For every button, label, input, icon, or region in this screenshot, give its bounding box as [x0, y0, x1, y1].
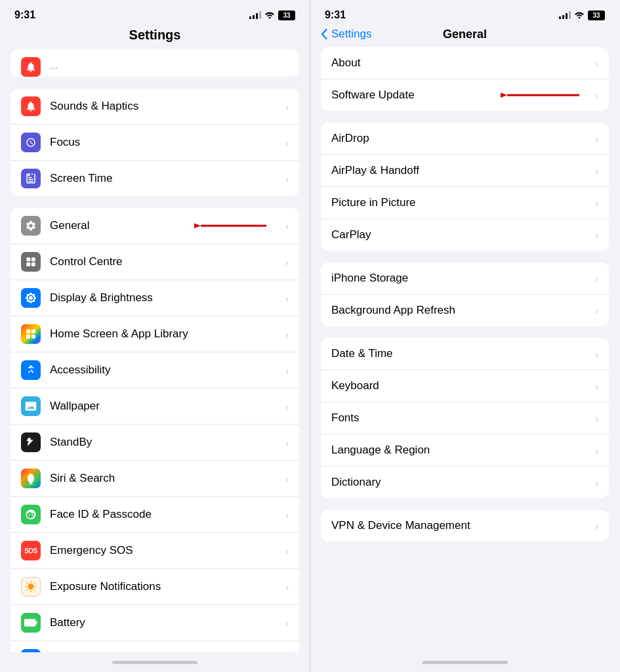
faceid-chevron: › [285, 509, 289, 520]
svg-rect-7 [31, 329, 35, 333]
dictionary-chevron: › [595, 477, 598, 488]
picture-label: Picture in Picture [331, 196, 595, 209]
accessibility-chevron: › [285, 365, 289, 376]
right-nav-bar: Settings General [310, 25, 619, 47]
right-battery-icon: 33 [588, 10, 605, 20]
row-control-centre[interactable]: Control Centre › [10, 244, 299, 280]
right-scroll: About › Software Update › [310, 47, 619, 652]
carplay-label: CarPlay [331, 228, 595, 242]
row-date-time[interactable]: Date & Time › [321, 338, 609, 370]
battery-chevron: › [285, 618, 289, 629]
airplay-label: AirPlay & Handoff [331, 164, 595, 177]
siri-chevron: › [285, 473, 289, 484]
partial-row-item[interactable]: ··· [10, 49, 299, 77]
row-dictionary[interactable]: Dictionary › [321, 467, 609, 498]
svg-point-11 [28, 474, 34, 483]
control-centre-label: Control Centre [50, 255, 280, 268]
standby-chevron: › [285, 437, 289, 448]
row-standby[interactable]: StandBy › [10, 425, 299, 461]
date-time-label: Date & Time [331, 347, 595, 360]
fonts-label: Fonts [331, 411, 595, 425]
svg-rect-3 [31, 257, 35, 261]
row-iphone-storage[interactable]: iPhone Storage › [321, 262, 609, 295]
focus-chevron: › [285, 137, 289, 148]
exposure-label: Exposure Notifications [50, 580, 280, 593]
row-airplay[interactable]: AirPlay & Handoff › [321, 155, 609, 187]
airplay-chevron: › [595, 165, 598, 177]
svg-rect-15 [36, 621, 37, 625]
dictionary-label: Dictionary [331, 476, 595, 489]
accessibility-label: Accessibility [50, 364, 280, 377]
general-arrow-annotation [194, 216, 273, 236]
svg-rect-9 [31, 335, 35, 339]
row-airdrop[interactable]: AirDrop › [321, 123, 609, 155]
faceid-label: Face ID & Passcode [50, 508, 280, 521]
airdrop-chevron: › [595, 133, 598, 144]
row-battery[interactable]: Battery › [10, 605, 299, 641]
focus-label: Focus [50, 136, 280, 149]
wallpaper-label: Wallpaper [50, 400, 280, 413]
row-keyboard[interactable]: Keyboard › [321, 370, 609, 402]
row-fonts[interactable]: Fonts › [321, 402, 609, 434]
row-accessibility[interactable]: Accessibility › [10, 352, 299, 388]
sounds-label: Sounds & Haptics [50, 100, 280, 113]
exposure-chevron: › [285, 581, 289, 593]
row-language[interactable]: Language & Region › [321, 434, 609, 467]
screen-time-icon [21, 169, 41, 188]
row-background-refresh[interactable]: Background App Refresh › [321, 295, 609, 326]
home-screen-chevron: › [285, 329, 289, 340]
display-icon [21, 288, 41, 308]
right-page-title: General [443, 28, 487, 41]
right-group-4: Date & Time › Keyboard › Fonts › Languag… [321, 338, 609, 498]
vpn-label: VPN & Device Management [331, 519, 595, 532]
row-vpn[interactable]: VPN & Device Management › [321, 510, 609, 541]
right-group-5: VPN & Device Management › [321, 510, 609, 541]
wallpaper-chevron: › [285, 401, 289, 412]
screen-time-label: Screen Time [50, 172, 280, 185]
row-sos[interactable]: SOS Emergency SOS › [10, 533, 299, 569]
picture-chevron: › [595, 198, 598, 209]
row-picture[interactable]: Picture in Picture › [321, 187, 609, 219]
right-panel: 9:31 33 Settings General About › [310, 0, 619, 672]
partial-top-group: ··· [10, 49, 299, 77]
software-update-arrow-annotation [501, 85, 586, 105]
row-carplay[interactable]: CarPlay › [321, 219, 609, 251]
row-siri[interactable]: Siri & Search › [10, 461, 299, 497]
back-button[interactable]: Settings [321, 28, 371, 41]
right-group-2: AirDrop › AirPlay & Handoff › Picture in… [321, 123, 609, 251]
row-sounds[interactable]: Sounds & Haptics › [10, 89, 299, 125]
right-status-icons: 33 [559, 10, 605, 20]
standby-icon [21, 432, 41, 452]
display-chevron: › [285, 293, 289, 304]
row-screen-time[interactable]: Screen Time › [10, 161, 299, 196]
right-status-bar: 9:31 33 [310, 0, 619, 25]
row-general[interactable]: General › [10, 208, 299, 244]
home-screen-icon [21, 324, 41, 344]
row-privacy[interactable]: Privacy & Security › [10, 641, 299, 652]
row-software-update[interactable]: Software Update › [321, 79, 609, 111]
row-exposure[interactable]: Exposure Notifications › [10, 569, 299, 605]
row-faceid[interactable]: Face ID & Passcode › [10, 497, 299, 533]
svg-rect-5 [31, 262, 35, 266]
left-time: 9:31 [14, 9, 35, 21]
focus-icon [21, 133, 41, 152]
wifi-icon [264, 10, 275, 20]
svg-rect-4 [26, 262, 30, 266]
home-screen-label: Home Screen & App Library [50, 327, 280, 341]
about-label: About [331, 56, 595, 70]
row-about[interactable]: About › [321, 47, 609, 79]
control-centre-icon [21, 252, 41, 272]
left-home-indicator [0, 652, 310, 672]
row-focus[interactable]: Focus › [10, 125, 299, 161]
row-home-screen[interactable]: Home Screen & App Library › [10, 316, 299, 352]
partial-icon [21, 57, 41, 77]
keyboard-chevron: › [595, 381, 598, 392]
left-status-bar: 9:31 33 [0, 0, 310, 25]
standby-label: StandBy [50, 436, 280, 449]
right-time: 9:31 [325, 9, 346, 21]
back-label: Settings [331, 28, 371, 41]
partial-label: ··· [50, 62, 289, 73]
battery-label: Battery [50, 616, 280, 629]
row-wallpaper[interactable]: Wallpaper › [10, 388, 299, 425]
row-display[interactable]: Display & Brightness › [10, 280, 299, 316]
